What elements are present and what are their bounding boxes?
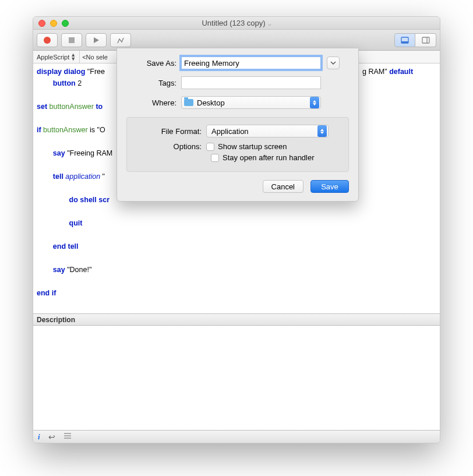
selection-indicator[interactable]: <No sele bbox=[82, 54, 108, 61]
panel-icon bbox=[401, 37, 409, 44]
folder-icon bbox=[184, 99, 193, 106]
file-format-value: Application bbox=[211, 127, 249, 136]
chevron-down-icon: ⌵ bbox=[268, 20, 271, 27]
options-label: Options: bbox=[134, 142, 202, 151]
stop-button[interactable] bbox=[61, 33, 82, 47]
updown-arrows-icon bbox=[317, 125, 327, 137]
updown-arrows-icon bbox=[310, 97, 319, 108]
window-title[interactable]: Untitled (123 copy)⌵ bbox=[33, 19, 440, 27]
where-label: Where: bbox=[126, 98, 177, 107]
file-format-select[interactable]: Application bbox=[206, 125, 329, 137]
description-label: Description bbox=[37, 316, 75, 324]
window-title-text: Untitled (123 copy) bbox=[202, 19, 265, 27]
show-startup-label: Show startup screen bbox=[218, 142, 287, 151]
view-mode-split[interactable] bbox=[415, 33, 436, 47]
tags-input[interactable] bbox=[181, 76, 321, 89]
info-icon[interactable]: i bbox=[38, 432, 40, 442]
svg-rect-2 bbox=[422, 37, 429, 43]
show-startup-checkbox[interactable] bbox=[206, 143, 214, 151]
titlebar[interactable]: Untitled (123 copy)⌵ bbox=[33, 17, 440, 30]
save-button[interactable]: Save bbox=[310, 180, 349, 193]
stay-open-checkbox[interactable] bbox=[211, 154, 219, 162]
status-bar: i ↩ bbox=[33, 430, 440, 443]
save-as-input[interactable] bbox=[181, 57, 321, 69]
expand-dialog-button[interactable] bbox=[327, 57, 340, 69]
stay-open-label: Stay open after run handler bbox=[223, 153, 315, 162]
view-mode-standard[interactable] bbox=[394, 33, 415, 47]
save-as-label: Save As: bbox=[126, 59, 177, 68]
run-button[interactable] bbox=[86, 33, 107, 47]
record-button[interactable] bbox=[37, 33, 58, 47]
description-header: Description bbox=[33, 314, 440, 326]
file-format-label: File Format: bbox=[134, 127, 202, 136]
chevron-down-icon bbox=[330, 61, 336, 65]
panel-split-icon bbox=[422, 37, 430, 44]
options-box: File Format: Application Options: Show s… bbox=[126, 117, 349, 172]
save-dialog: Save As: Tags: Where: Desktop File Forma… bbox=[117, 48, 359, 202]
compile-button[interactable] bbox=[110, 33, 131, 47]
updown-arrows-icon: ▲▼ bbox=[70, 53, 76, 61]
list-icon[interactable] bbox=[63, 432, 72, 441]
return-icon[interactable]: ↩ bbox=[48, 432, 55, 442]
where-value: Desktop bbox=[197, 98, 225, 107]
tags-label: Tags: bbox=[126, 79, 177, 87]
language-selector[interactable]: AppleScript ▲▼ bbox=[37, 51, 80, 63]
description-body[interactable] bbox=[33, 326, 440, 430]
cancel-button[interactable]: Cancel bbox=[263, 180, 303, 193]
where-select[interactable]: Desktop bbox=[181, 96, 321, 109]
svg-rect-1 bbox=[401, 41, 408, 43]
language-label: AppleScript bbox=[37, 54, 69, 61]
